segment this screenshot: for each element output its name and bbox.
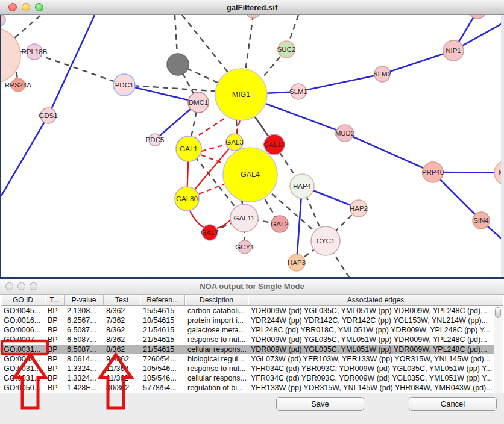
cell-reference: 15/54615 (140, 306, 185, 316)
node-label-MIG1: MIG1 (232, 90, 251, 99)
cell-go-id: GO:0065... (1, 354, 45, 364)
node-label-GAL2: GAL2 (271, 220, 288, 228)
cell-type: BP (45, 383, 65, 393)
table-body: GO:0045...BP2.1308...8/36215/54615carbon… (1, 306, 503, 393)
node-topcut-mid[interactable] (246, 15, 260, 18)
network-canvas[interactable]: RPL18BRPS24AGDS1PDC1DMC1MIG1PDC5SUC2SLM1… (0, 15, 504, 277)
column-header-go-id[interactable]: GO ID (1, 295, 45, 305)
edge-pp[interactable] (124, 85, 198, 102)
cell-test: 8/362 (104, 306, 140, 316)
cell-p-value: 6.5087... (65, 335, 104, 344)
cell-reference: 21/54615 (140, 335, 185, 344)
table-header-row: GO IDT...P-valueTestReferen...Desciption… (1, 295, 503, 306)
table-row[interactable]: GO:0006...BP6.5087...8/36221/54615galact… (1, 325, 503, 335)
cell-associated-edges: YDR009W (pd) YGL035C, YML051W (pp) YDR00… (248, 344, 503, 354)
network-graph[interactable]: RPL18BRPS24AGDS1PDC1DMC1MIG1PDC5SUC2SLM1… (1, 15, 504, 277)
table-row[interactable]: GO:0031...BP1.3324...11/362105/546...res… (1, 364, 503, 373)
column-header-referen[interactable]: Referen... (140, 295, 185, 305)
cell-associated-edges: YDR009W (pd) YGL035C, YML051W (pp) YDR00… (248, 306, 503, 316)
node-gray-node[interactable] (167, 54, 189, 75)
cell-p-value: 6.2567... (65, 316, 104, 325)
node-label-GAL80: GAL80 (176, 195, 198, 202)
cell-p-value: 1.3324... (65, 373, 104, 383)
node-label-GDS1: GDS1 (39, 112, 57, 119)
edge-red_dash[interactable] (199, 184, 224, 194)
cell-associated-edges: YPL248C (pd) YBR018C, YML051W (pp) YDR00… (248, 325, 503, 335)
node-label-GAL3: GAL3 (225, 139, 243, 146)
cell-go-id: GO:0031... (1, 364, 45, 373)
node-label-PDC5: PDC5 (146, 136, 165, 143)
edge-pp[interactable] (1, 116, 48, 196)
node-label-MUD2: MUD2 (335, 129, 355, 137)
node-label-RPS24A: RPS24A (5, 81, 31, 89)
cell-go-id: GO:0031... (1, 373, 45, 383)
cell-description: cellular respons... (185, 373, 248, 383)
node-label-PRP40: PRP40 (422, 169, 444, 176)
cell-go-id: GO:0050... (1, 383, 45, 393)
cell-type: BP (45, 373, 65, 383)
column-header-associated-edges[interactable]: Associated edges (248, 295, 503, 305)
node-label-GAL11: GAL11 (234, 214, 255, 222)
node-label-PDC1: PDC1 (115, 81, 134, 89)
cell-test: 94/362 (104, 354, 140, 364)
edge-pd[interactable] (14, 15, 41, 38)
table-scrollbar[interactable] (494, 306, 503, 393)
cell-test: 8/362 (104, 344, 140, 354)
cell-type: BP (45, 335, 65, 344)
main-window-title: galFiltered.sif (0, 0, 504, 15)
cell-p-value: 1.3324... (65, 364, 104, 373)
edge-pd[interactable] (245, 15, 253, 75)
cell-associated-edges: YFR034C (pd) YBR093C, YDR009W (pd) YGL03… (248, 373, 503, 383)
node-label-GCY1: GCY1 (235, 243, 254, 251)
cell-associated-edges: YGL073W (pd) YER103W, YER133W (pp) YOR31… (248, 354, 503, 364)
cell-p-value: 8.0614... (65, 354, 104, 364)
node-label-SLM2: SLM2 (373, 70, 391, 78)
column-header-p-value[interactable]: P-value (65, 295, 104, 305)
screen: galFiltered.sif RPL18BRPS24AGDS1PDC1DMC1… (0, 0, 504, 424)
table-row[interactable]: GO:0050...BP1.428E...80/3625778/54...reg… (1, 383, 503, 393)
edge-pp[interactable] (382, 51, 453, 74)
table-row[interactable]: GO:0045...BP2.1308...8/36215/54615carbon… (1, 306, 503, 316)
cell-go-id: GO:0007... (1, 335, 45, 344)
column-header-test[interactable]: Test (104, 295, 140, 305)
table-row[interactable]: GO:0065...BP8.0614...94/3627260/54...bio… (1, 354, 503, 364)
cell-test: 8/362 (104, 335, 140, 344)
cell-description: regulation of bi... (185, 383, 248, 393)
canvas-scroll-gutter (501, 15, 504, 277)
cell-reference: 105/546... (140, 364, 185, 373)
edge-pp[interactable] (298, 74, 382, 92)
main-window-titlebar: galFiltered.sif (0, 0, 504, 15)
cell-description: protein import i... (185, 316, 248, 325)
node-label-SIN4: SIN4 (473, 217, 489, 224)
cell-test: 11/362 (104, 364, 140, 373)
cell-go-id: GO:0031... (1, 344, 45, 354)
node-label-SUC2: SUC2 (277, 46, 296, 53)
cell-test: 11/362 (104, 373, 140, 383)
cell-description: biological regul... (185, 354, 248, 364)
edge-pp[interactable] (48, 15, 95, 116)
column-header-desciption[interactable]: Desciption (185, 295, 248, 305)
table-row[interactable]: GO:0016...BP6.2567...7/36210/54615protei… (1, 316, 503, 325)
edge-red_dash[interactable] (201, 145, 226, 151)
edge-pd[interactable] (182, 15, 235, 81)
cell-go-id: GO:0016... (1, 316, 45, 325)
table-row[interactable]: GO:0031...BP1.3324...11/362105/546...cel… (1, 373, 503, 383)
cancel-button[interactable]: Cancel (409, 397, 497, 411)
edge-red_dash[interactable] (194, 119, 224, 139)
cell-p-value: 6.5087... (65, 325, 104, 335)
scrollbar-thumb[interactable] (495, 307, 501, 318)
table-row[interactable]: GO:0007...BP6.5087...8/36221/54615respon… (1, 335, 503, 344)
cell-description: response to nut... (185, 335, 248, 344)
table-row[interactable]: GO:0031...BP6.5087...8/36221/54615cellul… (1, 344, 503, 354)
cell-go-id: GO:0045... (1, 306, 45, 316)
save-button[interactable]: Save (276, 397, 364, 411)
cell-description: response to nut... (185, 364, 248, 373)
node-label-GAL10: GAL10 (263, 141, 285, 148)
cell-type: BP (45, 344, 65, 354)
node-topcut-right[interactable] (468, 15, 487, 19)
node-corner-tl[interactable] (1, 15, 5, 26)
cell-description: carbon cataboli... (185, 306, 248, 316)
edge-pp[interactable] (345, 133, 433, 172)
node-label-DMC1: DMC1 (189, 99, 209, 106)
column-header-t[interactable]: T... (45, 295, 65, 305)
